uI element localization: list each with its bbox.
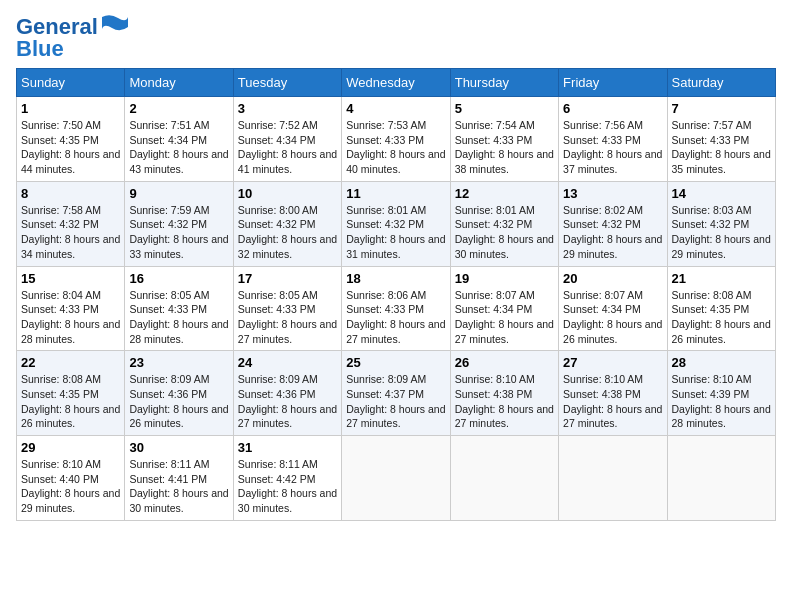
day-number: 5	[455, 101, 554, 116]
weekday-header-tuesday: Tuesday	[233, 69, 341, 97]
day-info: Sunrise: 8:09 AMSunset: 4:36 PMDaylight:…	[238, 373, 337, 429]
day-info: Sunrise: 7:51 AMSunset: 4:34 PMDaylight:…	[129, 119, 228, 175]
day-info: Sunrise: 8:10 AMSunset: 4:38 PMDaylight:…	[563, 373, 662, 429]
day-info: Sunrise: 8:05 AMSunset: 4:33 PMDaylight:…	[238, 289, 337, 345]
calendar-cell	[667, 436, 775, 521]
calendar-cell: 13 Sunrise: 8:02 AMSunset: 4:32 PMDaylig…	[559, 181, 667, 266]
day-info: Sunrise: 8:11 AMSunset: 4:42 PMDaylight:…	[238, 458, 337, 514]
day-info: Sunrise: 7:58 AMSunset: 4:32 PMDaylight:…	[21, 204, 120, 260]
weekday-header-monday: Monday	[125, 69, 233, 97]
calendar-cell: 7 Sunrise: 7:57 AMSunset: 4:33 PMDayligh…	[667, 97, 775, 182]
calendar-cell: 5 Sunrise: 7:54 AMSunset: 4:33 PMDayligh…	[450, 97, 558, 182]
calendar-cell: 20 Sunrise: 8:07 AMSunset: 4:34 PMDaylig…	[559, 266, 667, 351]
weekday-header-saturday: Saturday	[667, 69, 775, 97]
calendar-cell: 18 Sunrise: 8:06 AMSunset: 4:33 PMDaylig…	[342, 266, 450, 351]
calendar-cell: 8 Sunrise: 7:58 AMSunset: 4:32 PMDayligh…	[17, 181, 125, 266]
day-number: 13	[563, 186, 662, 201]
calendar-cell: 15 Sunrise: 8:04 AMSunset: 4:33 PMDaylig…	[17, 266, 125, 351]
day-number: 16	[129, 271, 228, 286]
calendar-cell: 31 Sunrise: 8:11 AMSunset: 4:42 PMDaylig…	[233, 436, 341, 521]
day-info: Sunrise: 8:10 AMSunset: 4:38 PMDaylight:…	[455, 373, 554, 429]
day-number: 27	[563, 355, 662, 370]
day-info: Sunrise: 8:04 AMSunset: 4:33 PMDaylight:…	[21, 289, 120, 345]
calendar-cell: 29 Sunrise: 8:10 AMSunset: 4:40 PMDaylig…	[17, 436, 125, 521]
day-info: Sunrise: 8:10 AMSunset: 4:39 PMDaylight:…	[672, 373, 771, 429]
day-number: 7	[672, 101, 771, 116]
calendar-cell: 28 Sunrise: 8:10 AMSunset: 4:39 PMDaylig…	[667, 351, 775, 436]
day-number: 19	[455, 271, 554, 286]
day-number: 21	[672, 271, 771, 286]
calendar-table: SundayMondayTuesdayWednesdayThursdayFrid…	[16, 68, 776, 521]
day-number: 9	[129, 186, 228, 201]
day-info: Sunrise: 7:57 AMSunset: 4:33 PMDaylight:…	[672, 119, 771, 175]
day-info: Sunrise: 8:07 AMSunset: 4:34 PMDaylight:…	[563, 289, 662, 345]
logo-text: General	[16, 16, 98, 38]
calendar-cell: 27 Sunrise: 8:10 AMSunset: 4:38 PMDaylig…	[559, 351, 667, 436]
day-number: 17	[238, 271, 337, 286]
calendar-cell: 23 Sunrise: 8:09 AMSunset: 4:36 PMDaylig…	[125, 351, 233, 436]
day-number: 23	[129, 355, 228, 370]
calendar-cell: 2 Sunrise: 7:51 AMSunset: 4:34 PMDayligh…	[125, 97, 233, 182]
day-info: Sunrise: 8:09 AMSunset: 4:37 PMDaylight:…	[346, 373, 445, 429]
day-number: 28	[672, 355, 771, 370]
weekday-header-wednesday: Wednesday	[342, 69, 450, 97]
calendar-cell: 30 Sunrise: 8:11 AMSunset: 4:41 PMDaylig…	[125, 436, 233, 521]
day-number: 3	[238, 101, 337, 116]
calendar-cell: 17 Sunrise: 8:05 AMSunset: 4:33 PMDaylig…	[233, 266, 341, 351]
day-info: Sunrise: 8:10 AMSunset: 4:40 PMDaylight:…	[21, 458, 120, 514]
logo: General Blue	[16, 16, 130, 60]
day-info: Sunrise: 8:09 AMSunset: 4:36 PMDaylight:…	[129, 373, 228, 429]
day-info: Sunrise: 7:56 AMSunset: 4:33 PMDaylight:…	[563, 119, 662, 175]
calendar-cell: 12 Sunrise: 8:01 AMSunset: 4:32 PMDaylig…	[450, 181, 558, 266]
day-number: 1	[21, 101, 120, 116]
day-info: Sunrise: 8:07 AMSunset: 4:34 PMDaylight:…	[455, 289, 554, 345]
day-number: 10	[238, 186, 337, 201]
weekday-header-row: SundayMondayTuesdayWednesdayThursdayFrid…	[17, 69, 776, 97]
day-info: Sunrise: 8:06 AMSunset: 4:33 PMDaylight:…	[346, 289, 445, 345]
day-info: Sunrise: 8:08 AMSunset: 4:35 PMDaylight:…	[672, 289, 771, 345]
day-number: 14	[672, 186, 771, 201]
calendar-week-row: 15 Sunrise: 8:04 AMSunset: 4:33 PMDaylig…	[17, 266, 776, 351]
day-number: 11	[346, 186, 445, 201]
calendar-cell: 16 Sunrise: 8:05 AMSunset: 4:33 PMDaylig…	[125, 266, 233, 351]
day-number: 12	[455, 186, 554, 201]
calendar-cell: 14 Sunrise: 8:03 AMSunset: 4:32 PMDaylig…	[667, 181, 775, 266]
day-info: Sunrise: 7:53 AMSunset: 4:33 PMDaylight:…	[346, 119, 445, 175]
day-number: 2	[129, 101, 228, 116]
day-number: 18	[346, 271, 445, 286]
calendar-cell: 22 Sunrise: 8:08 AMSunset: 4:35 PMDaylig…	[17, 351, 125, 436]
day-number: 8	[21, 186, 120, 201]
logo-icon	[100, 15, 130, 35]
calendar-cell: 6 Sunrise: 7:56 AMSunset: 4:33 PMDayligh…	[559, 97, 667, 182]
calendar-cell: 24 Sunrise: 8:09 AMSunset: 4:36 PMDaylig…	[233, 351, 341, 436]
calendar-cell: 10 Sunrise: 8:00 AMSunset: 4:32 PMDaylig…	[233, 181, 341, 266]
calendar-cell	[559, 436, 667, 521]
calendar-week-row: 8 Sunrise: 7:58 AMSunset: 4:32 PMDayligh…	[17, 181, 776, 266]
calendar-cell: 4 Sunrise: 7:53 AMSunset: 4:33 PMDayligh…	[342, 97, 450, 182]
calendar-cell: 26 Sunrise: 8:10 AMSunset: 4:38 PMDaylig…	[450, 351, 558, 436]
day-info: Sunrise: 8:00 AMSunset: 4:32 PMDaylight:…	[238, 204, 337, 260]
logo-blue-text: Blue	[16, 38, 64, 60]
weekday-header-thursday: Thursday	[450, 69, 558, 97]
calendar-cell	[450, 436, 558, 521]
day-info: Sunrise: 7:59 AMSunset: 4:32 PMDaylight:…	[129, 204, 228, 260]
day-info: Sunrise: 7:50 AMSunset: 4:35 PMDaylight:…	[21, 119, 120, 175]
day-number: 6	[563, 101, 662, 116]
day-number: 30	[129, 440, 228, 455]
weekday-header-friday: Friday	[559, 69, 667, 97]
day-info: Sunrise: 8:02 AMSunset: 4:32 PMDaylight:…	[563, 204, 662, 260]
day-number: 4	[346, 101, 445, 116]
calendar-cell: 3 Sunrise: 7:52 AMSunset: 4:34 PMDayligh…	[233, 97, 341, 182]
calendar-week-row: 22 Sunrise: 8:08 AMSunset: 4:35 PMDaylig…	[17, 351, 776, 436]
day-info: Sunrise: 8:01 AMSunset: 4:32 PMDaylight:…	[346, 204, 445, 260]
day-info: Sunrise: 8:03 AMSunset: 4:32 PMDaylight:…	[672, 204, 771, 260]
day-info: Sunrise: 7:54 AMSunset: 4:33 PMDaylight:…	[455, 119, 554, 175]
page-header: General Blue	[16, 16, 776, 60]
day-info: Sunrise: 8:11 AMSunset: 4:41 PMDaylight:…	[129, 458, 228, 514]
calendar-cell: 9 Sunrise: 7:59 AMSunset: 4:32 PMDayligh…	[125, 181, 233, 266]
calendar-cell: 19 Sunrise: 8:07 AMSunset: 4:34 PMDaylig…	[450, 266, 558, 351]
day-number: 24	[238, 355, 337, 370]
calendar-cell: 11 Sunrise: 8:01 AMSunset: 4:32 PMDaylig…	[342, 181, 450, 266]
weekday-header-sunday: Sunday	[17, 69, 125, 97]
calendar-cell: 21 Sunrise: 8:08 AMSunset: 4:35 PMDaylig…	[667, 266, 775, 351]
